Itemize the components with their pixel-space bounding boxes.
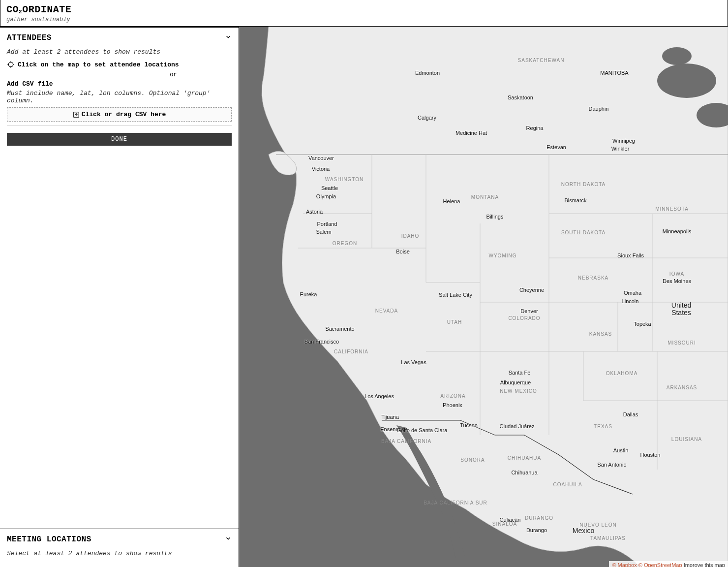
map-city-label: Minneapolis bbox=[663, 228, 692, 234]
map[interactable]: UnitedStatesMexicoSASKATCHEWANWASHINGTON… bbox=[239, 27, 728, 567]
map-region-label: MINNESOTA bbox=[655, 206, 689, 212]
meeting-header[interactable]: MEETING LOCATIONS bbox=[0, 529, 239, 550]
svg-point-0 bbox=[8, 62, 13, 66]
map-region-label: NEBRASKA bbox=[578, 275, 608, 281]
map-city-label: Chihuahua bbox=[511, 470, 537, 475]
map-region-label: WASHINGTON bbox=[325, 176, 364, 182]
map-region-label: NUEVO LEÓN bbox=[579, 522, 617, 528]
chevron-down-icon bbox=[225, 535, 232, 544]
app-header: CO2ORDINATE gather sustainably bbox=[0, 0, 728, 27]
map-city-label: Edmonton bbox=[415, 70, 440, 76]
meeting-hint: Select at least 2 attendees to show resu… bbox=[7, 550, 232, 557]
chevron-down-icon bbox=[225, 33, 232, 42]
map-region-label: NEVADA bbox=[375, 308, 398, 314]
map-city-label: MANITOBA bbox=[600, 70, 628, 76]
map-city-label: Portland bbox=[317, 221, 337, 227]
map-city-label: Tucson bbox=[460, 422, 478, 428]
map-city-label: Astoria bbox=[306, 209, 323, 215]
map-city-label: Ciudad Juárez bbox=[500, 423, 535, 429]
map-city-label: Omaha bbox=[624, 290, 641, 296]
sidebar: ATTENDEES Add at least 2 attendees to sh… bbox=[0, 27, 239, 567]
map-city-label: San Francisco bbox=[304, 339, 339, 345]
map-city-label: Sioux Falls bbox=[617, 252, 644, 258]
attendees-hint: Add at least 2 attendees to show results bbox=[7, 48, 232, 56]
map-city-label: Cheyenne bbox=[519, 287, 544, 293]
map-region-label: BAJA CALIFORNIA SUR bbox=[424, 500, 487, 505]
map-city-label: San Antonio bbox=[597, 462, 626, 468]
map-region-label: WYOMING bbox=[489, 253, 517, 258]
mapbox-link[interactable]: © Mapbox bbox=[612, 562, 637, 567]
csv-hint: Must include name, lat, lon columns. Opt… bbox=[7, 90, 232, 104]
map-country-label: UnitedStates bbox=[671, 302, 691, 317]
map-city-label: Austin bbox=[613, 447, 629, 453]
map-city-label: Santa Fe bbox=[509, 370, 531, 376]
crosshair-icon bbox=[7, 61, 15, 68]
map-city-label: Las Vegas bbox=[401, 359, 426, 365]
map-region-label: CALIFORNIA bbox=[334, 349, 368, 354]
osm-link[interactable]: © OpenStreetMap bbox=[638, 562, 682, 567]
map-region-label: TAMAULIPAS bbox=[590, 536, 626, 541]
map-region-label: IOWA bbox=[669, 271, 684, 277]
map-city-label: Salt Lake City bbox=[439, 292, 472, 298]
app-tagline: gather sustainably bbox=[6, 16, 722, 23]
map-city-label: Winkler bbox=[611, 146, 630, 152]
attendees-header[interactable]: ATTENDEES bbox=[0, 28, 239, 48]
map-city-label: Dauphin bbox=[589, 106, 609, 112]
csv-dropzone[interactable]: Click or drag CSV here bbox=[7, 107, 232, 122]
map-region-label: CHIHUAHUA bbox=[508, 455, 541, 461]
map-city-label: Billings bbox=[486, 214, 504, 220]
or-separator: or bbox=[115, 71, 232, 78]
map-city-label: Lincoln bbox=[622, 298, 639, 304]
map-region-label: MISSOURI bbox=[667, 340, 696, 346]
map-region-label: MONTANA bbox=[471, 194, 499, 200]
map-city-label: Victoria bbox=[312, 166, 330, 172]
map-region-label: SOUTH DAKOTA bbox=[561, 230, 606, 235]
map-city-label: Saskatoon bbox=[508, 94, 533, 100]
map-city-label: Dallas bbox=[623, 411, 638, 417]
meeting-section: MEETING LOCATIONS Select at least 2 atte… bbox=[0, 529, 239, 567]
map-region-label: KANSAS bbox=[589, 331, 612, 337]
map-region-label: BAJA CALIFORNIA bbox=[381, 439, 431, 444]
svg-point-27 bbox=[657, 63, 716, 98]
map-city-label: Durango bbox=[526, 527, 547, 533]
map-region-label: SASKATCHEWAN bbox=[518, 58, 565, 63]
map-city-label: Regina bbox=[526, 125, 544, 131]
map-city-label: Calgary bbox=[418, 115, 436, 121]
map-city-label: Golfo de Santa Clara bbox=[397, 427, 448, 433]
map-region-label: COAHUILA bbox=[553, 482, 582, 487]
map-region-label: UTAH bbox=[447, 319, 462, 325]
map-city-label: Seattle bbox=[321, 185, 338, 191]
map-city-label: Estevan bbox=[546, 144, 566, 150]
upload-icon bbox=[73, 111, 80, 118]
map-region-label: ARKANSAS bbox=[667, 385, 697, 390]
map-attribution: © Mapbox © OpenStreetMap Improve this ma… bbox=[609, 561, 728, 567]
map-region-label: NORTH DAKOTA bbox=[561, 182, 606, 187]
map-city-label: Salem bbox=[316, 229, 331, 235]
map-click-instruction: Click on the map to set attendee locatio… bbox=[7, 61, 232, 68]
app-title: CO2ORDINATE bbox=[6, 4, 722, 15]
divider bbox=[7, 126, 232, 126]
attendees-section: ATTENDEES Add at least 2 attendees to sh… bbox=[0, 27, 239, 529]
attendees-title: ATTENDEES bbox=[7, 33, 52, 42]
map-region-label: TEXAS bbox=[594, 424, 612, 429]
map-region-label: OKLAHOMA bbox=[606, 371, 638, 376]
map-city-label: Des Moines bbox=[663, 278, 691, 284]
map-city-label: Olympia bbox=[316, 193, 336, 199]
map-region-label: ARIZONA bbox=[440, 393, 465, 399]
map-country-label: Mexico bbox=[573, 527, 594, 535]
map-region-label: DURANGO bbox=[525, 515, 553, 521]
map-city-label: Houston bbox=[640, 452, 661, 458]
map-city-label: Boise bbox=[396, 249, 410, 254]
meeting-title: MEETING LOCATIONS bbox=[7, 535, 91, 544]
improve-map-link[interactable]: Improve this map bbox=[684, 562, 725, 567]
done-button[interactable]: DONE bbox=[7, 133, 232, 146]
map-city-label: Medicine Hat bbox=[455, 130, 487, 136]
map-region-label: OREGON bbox=[333, 241, 357, 246]
map-region-label: LOUISIANA bbox=[671, 437, 702, 442]
map-city-label: Vancouver bbox=[308, 155, 334, 161]
map-city-label: Eureka bbox=[300, 291, 317, 297]
map-city-label: Culiacán bbox=[500, 517, 521, 523]
map-region-label: SONORA bbox=[460, 457, 485, 463]
map-city-label: Winnipeg bbox=[612, 138, 635, 144]
map-city-label: Albuquerque bbox=[500, 379, 531, 385]
